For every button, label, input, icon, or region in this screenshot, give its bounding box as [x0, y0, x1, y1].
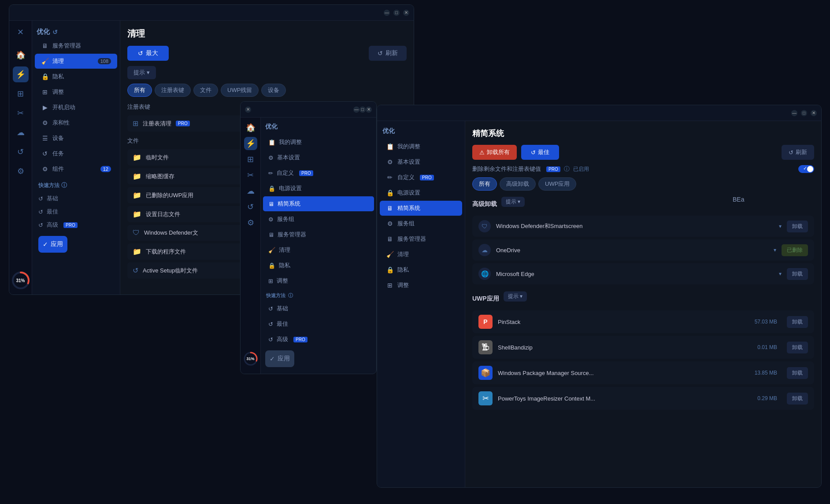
mid-nav-adjust[interactable]: ⊞ 调整 [263, 273, 374, 288]
mid-minimize-btn[interactable]: — [353, 107, 359, 113]
pinstack-size: 57.03 MB [755, 319, 777, 325]
mid-adjust-icon: ⊞ [268, 278, 273, 284]
defender-expand-row[interactable]: 🛡 Windows Defender和Smartscreen ▾ 卸载 [472, 216, 814, 237]
mid-nav-service-group[interactable]: ⚙ 服务组 [263, 212, 374, 227]
right-nav-adjust[interactable]: ⊞ 调整 [380, 278, 462, 293]
method-advanced[interactable]: ↺ 高级 PRO [32, 218, 120, 232]
mid-speed-btn[interactable]: ⚡ [244, 137, 257, 150]
nav-component[interactable]: ⚙ 组件 12 [35, 162, 117, 177]
tools-icon-btn[interactable]: ✂ [13, 105, 29, 121]
mid-method-best[interactable]: ↺ 最佳 [263, 316, 374, 331]
filter-uwp[interactable]: UWP残留 [221, 84, 259, 97]
right-filter-advanced[interactable]: 高级卸载 [500, 177, 536, 191]
mid-cloud-btn[interactable]: ☁ [244, 184, 257, 198]
uwp-section-header: UWP应用 提示 ▾ [472, 291, 814, 306]
grid-icon-btn[interactable]: ⊞ [13, 86, 29, 102]
mid-nav-privacy[interactable]: 🔒 隐私 [263, 258, 374, 273]
mid-close2-btn[interactable]: ✕ [366, 107, 372, 113]
mid-nav-service-mgr[interactable]: 🖥 服务管理器 [263, 227, 374, 242]
right-minimize-btn[interactable]: — [791, 110, 797, 116]
btn-max[interactable]: ↺ 最大 [127, 46, 169, 61]
mid-home-btn[interactable]: 🏠 [244, 121, 257, 134]
mid-settings-btn[interactable]: ⚙ [244, 216, 257, 229]
minimize-btn[interactable]: — [384, 10, 390, 16]
filter-tabs: 所有 注册表键 文件 UWP残留 设备 [127, 84, 407, 97]
nav-device[interactable]: ☰ 设备 [35, 131, 117, 146]
nav-affinity[interactable]: ⚙ 亲和性 [35, 115, 117, 130]
right-nav-my-adjust[interactable]: 📋 我的调整 [380, 139, 462, 154]
nav-clean[interactable]: 🧹 清理 108 [35, 54, 117, 69]
onedrive-expand-row[interactable]: ☁ OneDrive ▾ 已删除 [472, 239, 814, 261]
right-nav-service-group[interactable]: ⚙ 服务组 [380, 216, 462, 231]
nav-adjust[interactable]: ⊞ 调整 [35, 85, 117, 99]
close-icon[interactable]: ✕ [14, 25, 28, 39]
edge-expand-row[interactable]: 🌐 Microsoft Edge ▾ 卸载 [472, 263, 814, 284]
mid-nav-clean[interactable]: 🧹 清理 [263, 243, 374, 258]
edge-unload-btn[interactable]: 卸载 [787, 268, 808, 280]
filter-all[interactable]: 所有 [127, 84, 152, 97]
mid-nav-power[interactable]: 🔒 电源设置 [263, 181, 374, 196]
mid-close-btn[interactable]: ✕ [245, 107, 251, 113]
right-basic-icon: ⚙ [386, 158, 394, 166]
mid-grid-btn[interactable]: ⊞ [244, 153, 257, 166]
btn-unload-all[interactable]: ⚠ 卸载所有 [472, 145, 517, 160]
hint-btn[interactable]: 提示 ▾ [127, 66, 156, 79]
mid-method-advanced[interactable]: ↺ 高级 PRO [263, 332, 374, 347]
nav-startup[interactable]: ▶ 开机启动 [35, 100, 117, 115]
right-power-icon: 🔒 [386, 189, 394, 196]
app-row-shellbandizip: 🗜 ShellBandizip 0.01 MB 卸载 [472, 336, 814, 359]
pinstack-unload-btn[interactable]: 卸载 [787, 316, 808, 328]
right-nav-slim[interactable]: 🖥 精简系统 [380, 201, 462, 216]
nav-privacy[interactable]: 🔒 隐私 [35, 69, 117, 84]
home-icon-btn[interactable]: 🏠 [13, 47, 29, 63]
mid-nav-slim[interactable]: 🖥 精简系统 [263, 196, 374, 211]
close-btn[interactable]: ✕ [403, 10, 409, 16]
right-nav-custom[interactable]: ✏ 自定义 PRO [380, 170, 462, 185]
history-icon-btn[interactable]: ↺ [13, 144, 29, 160]
uwp-section-title: UWP应用 [472, 295, 499, 303]
mid-nav-my-adjust[interactable]: 📋 我的调整 [263, 135, 374, 150]
shellbandizip-unload-btn[interactable]: 卸载 [787, 342, 808, 353]
right-nav-service-mgr[interactable]: 🖥 服务管理器 [380, 232, 462, 246]
mid-nav-custom[interactable]: ✏ 自定义 PRO [263, 166, 374, 180]
advanced-hint-btn[interactable]: 提示 ▾ [501, 197, 525, 207]
right-nav-basic[interactable]: ⚙ 基本设置 [380, 155, 462, 169]
maximize-btn[interactable]: □ [393, 10, 400, 16]
method-basic[interactable]: ↺ 基础 [32, 192, 120, 205]
right-maximize-btn[interactable]: □ [801, 110, 807, 116]
right-nav-power[interactable]: 🔒 电源设置 [380, 185, 462, 200]
onedrive-deleted-btn[interactable]: 已删除 [782, 244, 808, 256]
service-mgr-icon: 🖥 [268, 232, 274, 238]
right-nav-privacy[interactable]: 🔒 隐私 [380, 262, 462, 277]
mid-nav-basic-setting[interactable]: ⚙ 基本设置 [263, 150, 374, 165]
mid-apply-btn[interactable]: ✓ 应用 [265, 350, 294, 367]
powertoys-unload-btn[interactable]: 卸载 [787, 393, 808, 405]
right-filter-uwp[interactable]: UWP应用 [538, 177, 576, 191]
mid-method-basic[interactable]: ↺ 基础 [263, 301, 374, 316]
settings-icon-btn[interactable]: ⚙ [13, 163, 29, 179]
right-nav-clean[interactable]: 🧹 清理 [380, 247, 462, 262]
method-best[interactable]: ↺ 最佳 [32, 205, 120, 218]
filter-file[interactable]: 文件 [193, 84, 218, 97]
speed-icon-btn[interactable]: ⚡ [13, 66, 29, 82]
uwp-hint-btn[interactable]: 提示 ▾ [504, 291, 527, 302]
right-close-btn[interactable]: ✕ [811, 110, 817, 116]
defender-unload-btn[interactable]: 卸载 [787, 221, 808, 232]
btn-refresh-right[interactable]: ↺ 刷新 [782, 145, 814, 160]
nav-task[interactable]: ↺ 任务 [35, 146, 117, 161]
clean-icon: 🧹 [41, 58, 49, 65]
filter-device[interactable]: 设备 [261, 84, 286, 97]
apply-button[interactable]: ✓ 应用 [38, 236, 67, 253]
wpkgmgr-unload-btn[interactable]: 卸载 [787, 367, 808, 379]
btn-best[interactable]: ↺ 最佳 [521, 145, 559, 160]
cloud-icon-btn[interactable]: ☁ [13, 125, 29, 140]
mid-history-btn[interactable]: ↺ [244, 200, 257, 213]
nav-service-manager[interactable]: 🖥 服务管理器 [35, 38, 117, 53]
toggle-enabled[interactable]: ✓ [798, 165, 814, 173]
right-filter-all[interactable]: 所有 [472, 177, 497, 191]
btn-refresh[interactable]: ↺ 刷新 [369, 46, 407, 61]
mid-maximize-btn[interactable]: □ [359, 107, 366, 113]
mid-tools-btn[interactable]: ✂ [244, 169, 257, 182]
filter-registry[interactable]: 注册表键 [155, 84, 191, 97]
right-nav-title: 优化 [382, 127, 395, 134]
